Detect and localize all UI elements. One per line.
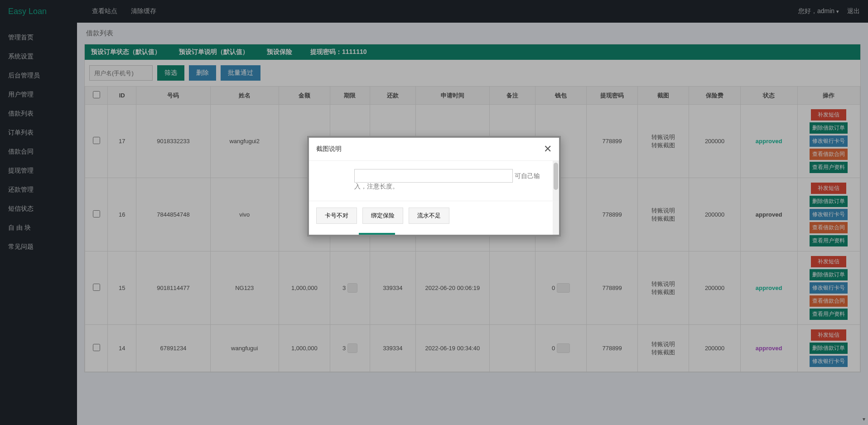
screenshot-desc-input[interactable] (354, 169, 513, 183)
option-bind-insurance[interactable]: 绑定保险 (362, 208, 403, 224)
option-wrong-card[interactable]: 卡号不对 (316, 208, 357, 224)
modal-close-button[interactable]: ✕ (544, 143, 552, 155)
screenshot-desc-modal: 截图说明 ✕ 可自己输入，注意长度。 卡号不对 绑定保险 流水不足 (307, 136, 561, 237)
modal-accent-bar (359, 233, 395, 235)
option-low-flow[interactable]: 流水不足 (409, 208, 449, 224)
close-icon: ✕ (544, 143, 552, 155)
modal-title: 截图说明 (316, 145, 342, 153)
